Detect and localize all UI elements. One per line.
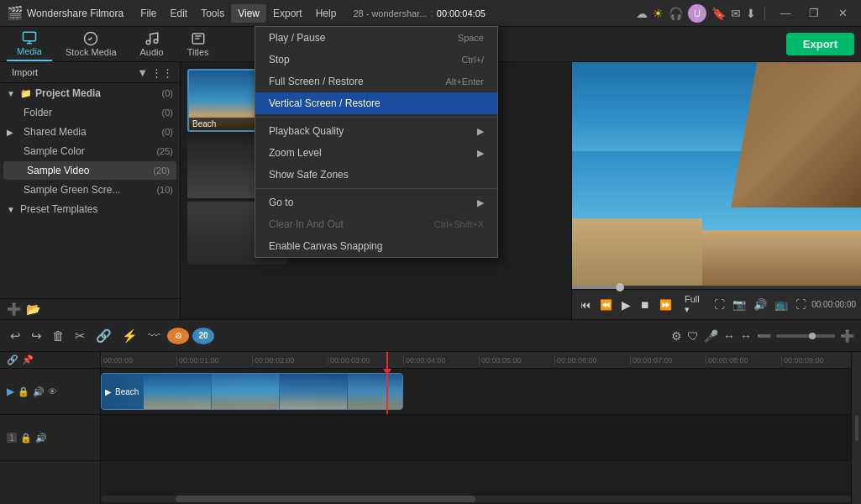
menu-item-go-to[interactable]: Go to ▶ bbox=[255, 192, 497, 213]
menu-item-stop[interactable]: Stop Ctrl+/ bbox=[255, 49, 497, 71]
menu-item-playback-quality[interactable]: Playback Quality ▶ bbox=[255, 120, 497, 142]
menu-item-enable-canvas-snapping[interactable]: Enable Canvas Snapping bbox=[255, 235, 497, 257]
menu-separator-2 bbox=[255, 188, 497, 189]
menu-item-zoom-level[interactable]: Zoom Level ▶ bbox=[255, 142, 497, 164]
menu-item-show-safe-zones[interactable]: Show Safe Zones bbox=[255, 164, 497, 186]
menu-separator-1 bbox=[255, 117, 497, 118]
menu-item-clear-in-out[interactable]: Clear In And Out Ctrl+Shift+X bbox=[255, 213, 497, 235]
menu-item-fullscreen[interactable]: Full Screen / Restore Alt+Enter bbox=[255, 71, 497, 92]
menu-item-play-pause[interactable]: Play / Pause Space bbox=[255, 27, 497, 49]
view-menu: Play / Pause Space Stop Ctrl+/ Full Scre… bbox=[255, 26, 498, 258]
menu-item-vertical-screen[interactable]: Vertical Screen / Restore bbox=[255, 92, 497, 114]
